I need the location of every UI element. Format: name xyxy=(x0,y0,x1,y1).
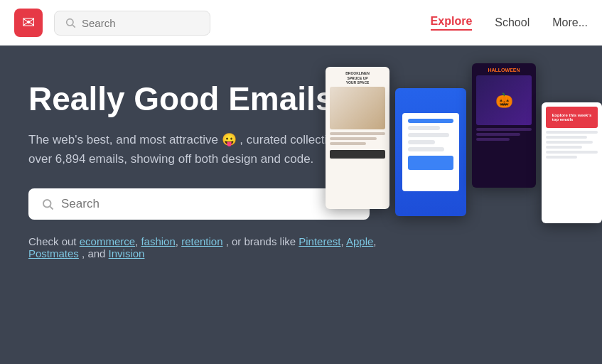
card-halloween: HALLOWEEN 🎃 xyxy=(472,63,536,188)
links-prefix: Check out xyxy=(28,235,77,247)
brands-prefix: , or brands like xyxy=(226,235,296,247)
card-brooklinen: BROOKLINENSPRUCE UPYOUR SPACE xyxy=(326,67,389,209)
subtitle-before: The web's best, and most attractive xyxy=(28,133,218,146)
email-line-2 xyxy=(546,136,587,139)
card-halloween-image: 🎃 xyxy=(476,75,532,125)
hero-subtitle: The web's best, and most attractive 😛 , … xyxy=(28,130,370,168)
card-email-header-text: Explore this week'stop emails xyxy=(552,113,591,122)
dark-line-1 xyxy=(476,128,532,131)
email-line-1 xyxy=(546,131,598,134)
card-line-3 xyxy=(330,142,366,145)
navbar: ✉ Explore School More... xyxy=(0,0,602,46)
card-wireframes xyxy=(395,88,466,216)
card-brooklinen-image xyxy=(330,87,385,129)
hero-search-icon xyxy=(41,198,54,210)
svg-line-1 xyxy=(72,25,75,28)
email-line-6 xyxy=(546,156,577,159)
hero-search-bar xyxy=(28,188,370,220)
hero-search-input[interactable] xyxy=(61,197,357,211)
link-fashion[interactable]: fashion xyxy=(141,235,175,247)
card-line-2 xyxy=(330,137,377,140)
card-wireframes-inner xyxy=(402,113,459,191)
email-line-4 xyxy=(546,146,582,149)
dark-line-2 xyxy=(476,133,520,136)
wf-line-5 xyxy=(408,147,444,151)
links-row: Check out ecommerce, fashion, retention … xyxy=(28,235,574,259)
svg-point-2 xyxy=(43,200,51,208)
hero-section: Really Good Emails The web's best, and m… xyxy=(0,46,602,259)
card-email-header: Explore this week'stop emails xyxy=(546,107,598,128)
card-halloween-label: HALLOWEEN xyxy=(476,68,532,73)
screenshots-area: BROOKLINENSPRUCE UPYOUR SPACE HALLOWEEN … xyxy=(326,60,602,223)
link-apple[interactable]: Apple xyxy=(346,235,373,247)
subtitle-emoji: 😛 xyxy=(222,133,237,146)
link-invision[interactable]: Invision xyxy=(109,247,145,259)
wf-line-3 xyxy=(408,133,449,137)
card-line-1 xyxy=(330,132,385,135)
wf-image xyxy=(408,156,453,170)
links-suffix: , and xyxy=(82,247,105,259)
nav-right: Explore School More... xyxy=(431,15,588,31)
svg-point-0 xyxy=(67,19,73,26)
nav-left: ✉ xyxy=(14,9,210,37)
nav-school[interactable]: School xyxy=(495,16,530,29)
link-ecommerce[interactable]: ecommerce xyxy=(80,235,135,247)
link-retention[interactable]: retention xyxy=(181,235,222,247)
email-line-5 xyxy=(546,151,598,154)
nav-explore[interactable]: Explore xyxy=(431,15,473,31)
nav-search-input[interactable] xyxy=(82,17,200,29)
link-pinterest[interactable]: Pinterest xyxy=(299,235,340,247)
nav-search-container xyxy=(54,11,210,36)
nav-search-icon xyxy=(65,17,76,28)
logo[interactable]: ✉ xyxy=(14,9,43,37)
wf-line-1 xyxy=(408,119,453,123)
logo-icon: ✉ xyxy=(22,14,35,32)
dark-line-3 xyxy=(476,138,510,141)
wf-line-2 xyxy=(408,126,440,130)
card-email: Explore this week'stop emails xyxy=(542,102,602,223)
email-line-3 xyxy=(546,141,593,144)
nav-more[interactable]: More... xyxy=(552,16,588,29)
svg-line-3 xyxy=(50,206,53,209)
card-brooklinen-cta xyxy=(330,150,385,159)
card-brooklinen-label: BROOKLINENSPRUCE UPYOUR SPACE xyxy=(330,71,385,85)
wf-line-4 xyxy=(408,140,435,144)
link-postmates[interactable]: Postmates xyxy=(28,247,79,259)
